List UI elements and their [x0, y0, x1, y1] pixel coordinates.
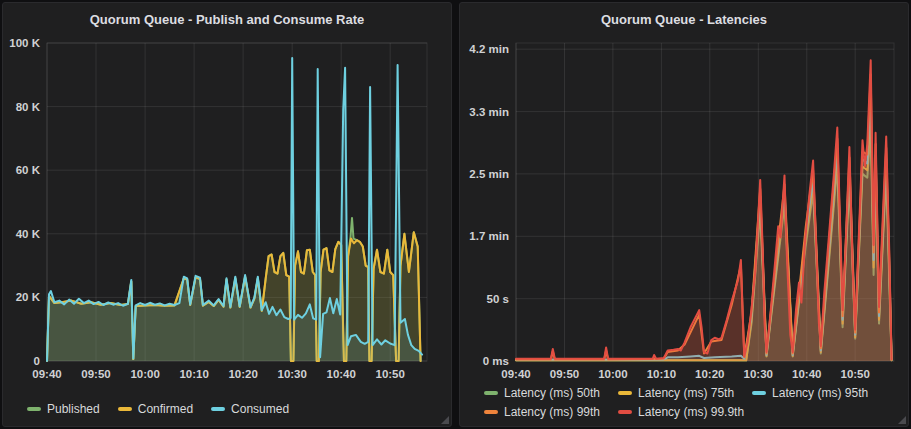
panel-title[interactable]: Quorum Queue - Latencies [460, 3, 908, 27]
svg-text:10:20: 10:20 [228, 368, 257, 380]
legend-item-confirmed[interactable]: Confirmed [118, 402, 193, 416]
legend-label: Latency (ms) 75th [638, 386, 734, 400]
panel-latencies: Quorum Queue - Latencies 0 ms50 s1.7 min… [459, 2, 909, 427]
svg-text:10:10: 10:10 [647, 368, 676, 380]
svg-text:10:10: 10:10 [179, 368, 208, 380]
legend-swatch-icon [618, 410, 632, 414]
legend-item-latency-ms-95th[interactable]: Latency (ms) 95th [752, 386, 868, 400]
svg-text:1.7 min: 1.7 min [469, 230, 509, 242]
legend-swatch-icon [484, 410, 498, 414]
legend-label: Latency (ms) 99th [504, 405, 600, 419]
legend: Latency (ms) 50thLatency (ms) 75thLatenc… [484, 386, 902, 419]
legend-swatch-icon [118, 407, 132, 411]
svg-text:10:00: 10:00 [598, 368, 627, 380]
svg-text:0: 0 [34, 355, 40, 367]
svg-text:100 K: 100 K [9, 37, 40, 49]
svg-text:10:20: 10:20 [695, 368, 724, 380]
legend-swatch-icon [211, 407, 225, 411]
svg-text:10:00: 10:00 [130, 368, 159, 380]
dashboard: Quorum Queue - Publish and Consume Rate … [0, 0, 911, 429]
svg-text:3.3 min: 3.3 min [469, 106, 509, 118]
panel-resize-handle[interactable] [441, 416, 449, 424]
panel-title[interactable]: Quorum Queue - Publish and Consume Rate [3, 3, 451, 27]
legend-swatch-icon [752, 391, 766, 395]
legend-label: Latency (ms) 50th [504, 386, 600, 400]
svg-text:50 s: 50 s [487, 293, 509, 305]
svg-text:09:50: 09:50 [550, 368, 579, 380]
legend-item-latency-ms-99th[interactable]: Latency (ms) 99th [484, 405, 600, 419]
legend-label: Consumed [231, 402, 289, 416]
svg-text:09:40: 09:40 [501, 368, 530, 380]
legend-swatch-icon [618, 391, 632, 395]
legend-label: Latency (ms) 99.9th [638, 405, 744, 419]
legend-label: Published [47, 402, 100, 416]
svg-text:40 K: 40 K [16, 228, 41, 240]
chart-canvas-publish-consume[interactable]: 020 K40 K60 K80 K100 K09:4009:5010:0010:… [3, 35, 451, 393]
legend-label: Confirmed [138, 402, 193, 416]
svg-text:2.5 min: 2.5 min [469, 168, 509, 180]
svg-text:10:40: 10:40 [326, 368, 355, 380]
legend-item-consumed[interactable]: Consumed [211, 402, 289, 416]
svg-text:20 K: 20 K [16, 291, 41, 303]
legend-item-latency-ms-75th[interactable]: Latency (ms) 75th [618, 386, 734, 400]
svg-text:10:30: 10:30 [744, 368, 773, 380]
svg-text:10:40: 10:40 [792, 368, 821, 380]
legend-item-latency-ms-50th[interactable]: Latency (ms) 50th [484, 386, 600, 400]
svg-text:09:40: 09:40 [32, 368, 61, 380]
chart-canvas-latencies[interactable]: 0 ms50 s1.7 min2.5 min3.3 min4.2 min09:4… [460, 35, 908, 393]
svg-text:60 K: 60 K [16, 164, 41, 176]
svg-text:80 K: 80 K [16, 101, 41, 113]
panel-publish-consume-rate: Quorum Queue - Publish and Consume Rate … [2, 2, 452, 427]
legend-swatch-icon [27, 407, 41, 411]
legend-label: Latency (ms) 95th [772, 386, 868, 400]
legend: PublishedConfirmedConsumed [27, 402, 445, 416]
legend-item-published[interactable]: Published [27, 402, 100, 416]
legend-swatch-icon [484, 391, 498, 395]
svg-text:10:30: 10:30 [277, 368, 306, 380]
svg-text:0 ms: 0 ms [483, 355, 509, 367]
svg-text:10:50: 10:50 [840, 368, 869, 380]
svg-text:09:50: 09:50 [81, 368, 110, 380]
svg-text:4.2 min: 4.2 min [469, 43, 509, 55]
svg-text:10:50: 10:50 [375, 368, 404, 380]
panel-resize-handle[interactable] [898, 416, 906, 424]
legend-item-latency-ms-99-9th[interactable]: Latency (ms) 99.9th [618, 405, 744, 419]
